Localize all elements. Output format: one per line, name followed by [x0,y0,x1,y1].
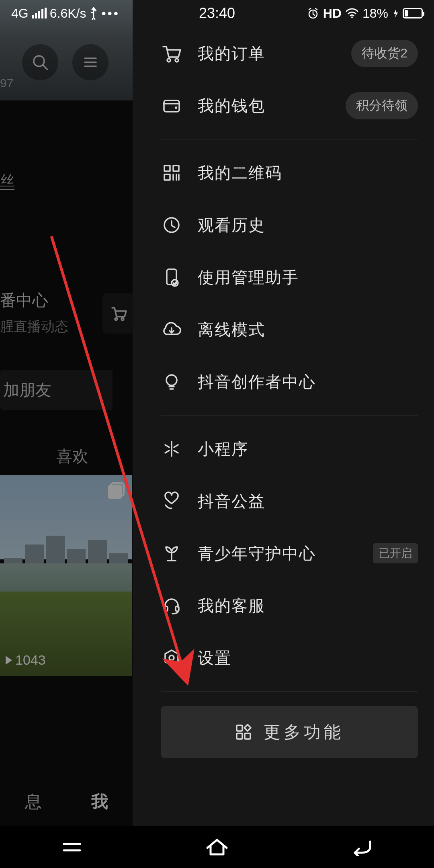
svg-rect-27 [164,606,168,611]
home-button[interactable] [204,837,230,857]
youth-status-tag: 已开启 [373,543,418,563]
menu-youth-label: 青少年守护中心 [198,542,366,565]
svg-rect-32 [245,733,250,739]
svg-point-8 [175,59,178,62]
wifi-icon [346,8,358,18]
svg-line-22 [165,445,169,447]
svg-rect-31 [237,725,242,731]
clock-icon [161,214,182,236]
menu-orders-label: 我的订单 [198,43,351,65]
menu-miniapp[interactable]: 小程序 [161,423,418,475]
menu-support-label: 我的客服 [198,595,418,617]
svg-rect-33 [237,733,242,739]
svg-marker-29 [165,650,178,665]
wallet-badge: 积分待领 [346,92,418,119]
lightbulb-icon [161,371,182,393]
menu-youth[interactable]: 青少年守护中心 已开启 [161,527,418,579]
status-bar: 4G 6.6K/s ••• 23:40 HD 18% [0,0,434,27]
sprout-icon [161,542,182,564]
svg-rect-28 [176,606,179,611]
menu-history-label: 观看历史 [198,214,418,236]
svg-point-36 [351,16,353,18]
cart-icon [161,43,182,64]
divider [161,691,418,692]
svg-point-7 [167,59,170,62]
orders-badge: 待收货2 [351,40,418,67]
menu-orders[interactable]: 我的订单 待收货2 [161,27,418,80]
battery-icon [403,8,423,18]
menu-charity-label: 抖音公益 [198,490,418,512]
menu-creator-label: 抖音创作者中心 [198,371,418,393]
recent-apps-button[interactable] [60,839,84,855]
menu-offline-label: 离线模式 [198,319,418,341]
menu-charity[interactable]: 抖音公益 [161,475,418,527]
menu-qrcode[interactable]: 我的二维码 [161,147,418,199]
menu-wallet[interactable]: 我的钱包 积分待领 [161,80,418,132]
svg-line-24 [165,450,169,453]
menu-wallet-label: 我的钱包 [198,95,346,117]
menu-assistant-label: 使用管理助手 [198,266,418,289]
system-nav-bar [0,826,434,868]
menu-miniapp-label: 小程序 [198,438,418,460]
heart-hand-icon [161,490,182,512]
more-icon: ••• [101,6,120,21]
svg-point-20 [166,375,177,385]
alarm-icon [307,7,319,19]
usb-icon [89,7,98,20]
menu-offline[interactable]: 离线模式 [161,303,418,356]
more-functions-label: 更多功能 [264,721,344,743]
hd-label: HD [323,6,342,21]
battery-pct: 18% [362,6,388,21]
svg-rect-12 [173,166,179,171]
svg-line-25 [174,450,178,453]
spark-icon [161,438,182,460]
menu-history[interactable]: 观看历史 [161,199,418,251]
svg-marker-34 [244,725,251,731]
wallet-icon [161,95,182,117]
menu-settings-label: 设置 [198,647,418,669]
network-speed: 6.6K/s [50,6,86,21]
settings-icon [161,647,182,669]
grid-icon [235,723,252,741]
charging-icon [393,8,399,18]
network-type: 4G [11,6,29,21]
more-functions-button[interactable]: 更多功能 [161,706,418,758]
svg-rect-13 [164,174,170,180]
headset-icon [161,595,182,616]
svg-rect-11 [164,166,170,171]
qrcode-icon [161,162,182,184]
dim-overlay[interactable] [0,0,133,868]
status-time: 23:40 [199,5,235,22]
cloud-download-icon [161,319,182,340]
menu-settings[interactable]: 设置 [161,632,418,684]
signal-icon [32,8,47,18]
svg-rect-9 [164,100,179,112]
menu-assistant[interactable]: 使用管理助手 [161,251,418,303]
menu-qrcode-label: 我的二维码 [198,162,418,184]
divider [161,139,418,139]
svg-point-30 [169,655,174,660]
menu-support[interactable]: 我的客服 [161,579,418,632]
divider [161,415,418,416]
svg-line-23 [174,445,178,447]
phone-check-icon [161,266,182,288]
svg-point-10 [175,106,177,109]
menu-creator[interactable]: 抖音创作者中心 [161,356,418,408]
side-drawer: 我的订单 待收货2 我的钱包 积分待领 我的二维码 [133,0,434,826]
back-button[interactable] [350,838,374,856]
